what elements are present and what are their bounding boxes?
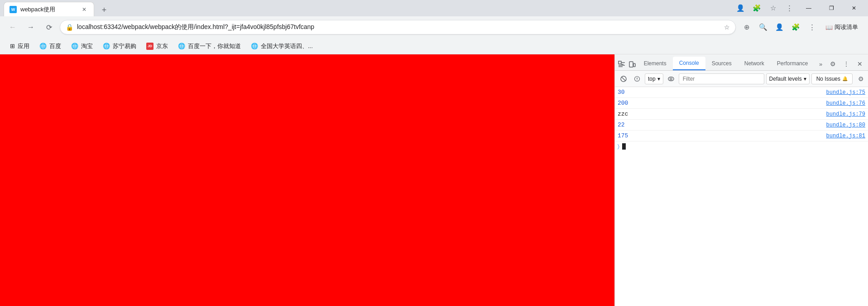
reader-mode-label: 阅读清单 (834, 23, 858, 31)
console-line-3: zzc bundle.js:79 (615, 109, 868, 120)
devtools-close-button[interactable]: ✕ (854, 58, 866, 70)
device-toolbar-icon[interactable] (627, 58, 638, 70)
bookmark-baidu-search-label: 百度一下，你就知道 (188, 42, 241, 50)
maximize-button[interactable]: ❐ (821, 1, 842, 15)
devtools-tab-network[interactable]: Network (738, 57, 771, 70)
devtools-more-button[interactable]: ⋮ (840, 58, 853, 70)
address-bar: ← → ⟳ 🔒 localhost:63342/webpack/webpack的… (0, 16, 868, 38)
context-selector[interactable]: top ▾ (645, 73, 663, 84)
address-actions: ⊕ 🔍 👤 🧩 ⋮ 📖 阅读清单 (739, 20, 863, 34)
bookmark-suning[interactable]: 🌐 苏宁易购 (98, 40, 141, 53)
bookmark-taobao[interactable]: 🌐 淘宝 (67, 40, 97, 53)
extension-icon[interactable]: 🧩 (749, 1, 764, 15)
console-settings-icon[interactable]: ⚙ (856, 74, 865, 83)
devtools-tab-console[interactable]: Console (673, 57, 705, 70)
eye-icon[interactable] (665, 73, 677, 85)
console-link-2[interactable]: bundle.js:76 (826, 100, 865, 107)
log-levels-arrow: ▾ (804, 76, 806, 82)
console-link-1[interactable]: bundle.js:75 (826, 89, 865, 96)
star-icon[interactable]: ☆ (766, 1, 780, 15)
devtools-settings-button[interactable]: ⚙ (826, 58, 839, 70)
context-dropdown-icon: ▾ (657, 76, 660, 82)
console-link-4[interactable]: bundle.js:80 (826, 122, 865, 128)
svg-point-13 (670, 78, 672, 79)
close-button[interactable]: ✕ (844, 1, 864, 15)
bookmark-apps-label: 应用 (18, 42, 29, 50)
tab-favicon: W (10, 6, 17, 13)
prompt-chevron-icon: 〉 (618, 143, 619, 150)
log-levels-dropdown[interactable]: Default levels ▾ (766, 73, 810, 84)
translate-icon[interactable]: ⊕ (739, 20, 754, 34)
svg-point-12 (668, 77, 674, 81)
console-link-3[interactable]: bundle.js:79 (826, 111, 865, 117)
title-bar: W webpack使用 ✕ + 👤 🧩 ☆ ⋮ — ❐ ✕ (0, 0, 868, 16)
profile-icon[interactable]: 👤 (733, 1, 748, 15)
console-prompt[interactable]: 〉 (615, 141, 868, 151)
suning-icon: 🌐 (103, 43, 110, 49)
back-button[interactable]: ← (5, 20, 20, 34)
taobao-icon: 🌐 (71, 43, 78, 49)
svg-line-8 (622, 77, 625, 81)
console-line-5: 175 bundle.js:81 (615, 131, 868, 141)
reload-button[interactable]: ⟳ (42, 20, 56, 34)
baidu-search-icon: 🌐 (178, 43, 185, 49)
url-bar[interactable]: 🔒 localhost:63342/webpack/webpack的使用/ind… (60, 20, 736, 34)
console-line-2: 200 bundle.js:76 (615, 98, 868, 109)
devtools-tab-performance[interactable]: Performance (771, 57, 815, 70)
devtools-toolbar: top ▾ Default levels ▾ No Issues 🔔 ⚙ (615, 71, 868, 87)
reader-mode-button[interactable]: 📖 阅读清单 (821, 21, 863, 34)
bookmark-english[interactable]: 🌐 全国大学英语四、... (246, 40, 317, 53)
svg-rect-5 (629, 62, 633, 67)
no-issues-label: No Issues (816, 76, 840, 82)
log-levels-label: Default levels (769, 76, 802, 82)
context-value: top (648, 76, 656, 82)
window-controls: 👤 🧩 ☆ ⋮ — ❐ ✕ (733, 1, 864, 15)
bookmark-taobao-label: 淘宝 (81, 42, 93, 50)
preserve-log-icon[interactable] (631, 73, 643, 85)
browser-frame: W webpack使用 ✕ + 👤 🧩 ☆ ⋮ — ❐ ✕ ← → ⟳ 🔒 lo… (0, 0, 868, 306)
devtools-more-tabs[interactable]: » (815, 58, 826, 70)
inspect-element-icon[interactable] (617, 58, 627, 70)
bookmark-apps[interactable]: ⊞ 应用 (5, 40, 34, 53)
more-icon[interactable]: ⋮ (782, 1, 796, 15)
svg-rect-0 (619, 61, 621, 64)
profile-circle-icon[interactable]: 👤 (772, 20, 786, 34)
bookmark-star-icon[interactable]: ☆ (724, 24, 730, 31)
console-value-5: 175 (618, 131, 826, 141)
bookmark-english-label: 全国大学英语四、... (261, 42, 313, 50)
extension-puzzle-icon[interactable]: 🧩 (788, 20, 803, 34)
no-issues-icon: 🔔 (842, 76, 848, 81)
svg-rect-6 (633, 63, 635, 67)
filter-input[interactable] (679, 73, 764, 84)
devtools-actions: ⚙ ⋮ ✕ (826, 58, 866, 70)
english-icon: 🌐 (251, 43, 258, 49)
console-output: 30 bundle.js:75 200 bundle.js:76 zzc bun… (615, 87, 868, 306)
console-cursor (622, 143, 626, 150)
bookmark-jd[interactable]: JD 京东 (142, 40, 173, 53)
console-line-4: 22 bundle.js:80 (615, 120, 868, 131)
tab-close-button[interactable]: ✕ (80, 5, 88, 14)
console-link-5[interactable]: bundle.js:81 (826, 133, 865, 139)
minimize-button[interactable]: — (798, 1, 819, 15)
lock-icon: 🔒 (66, 24, 73, 31)
baidu-icon: 🌐 (39, 43, 47, 49)
bookmark-baidu[interactable]: 🌐 百度 (35, 40, 66, 53)
url-text: localhost:63342/webpack/webpack的使用/index… (77, 23, 720, 31)
devtools-tab-elements[interactable]: Elements (638, 57, 673, 70)
menu-dots-icon[interactable]: ⋮ (805, 20, 819, 34)
bookmark-baidu-search[interactable]: 🌐 百度一下，你就知道 (173, 40, 245, 53)
bookmark-baidu-label: 百度 (49, 42, 61, 50)
devtools-tab-bar: Elements Console Sources Network Perform… (615, 54, 868, 71)
browser-tab-active[interactable]: W webpack使用 ✕ (4, 2, 94, 16)
forward-button[interactable]: → (24, 20, 38, 34)
bookmark-suning-label: 苏宁易购 (113, 42, 136, 50)
no-issues-button[interactable]: No Issues 🔔 (811, 73, 853, 84)
zoom-icon[interactable]: 🔍 (756, 20, 770, 34)
bookmark-jd-label: 京东 (156, 42, 168, 50)
new-tab-button[interactable]: + (98, 4, 110, 16)
clear-console-icon[interactable] (618, 73, 629, 85)
apps-grid-icon: ⊞ (10, 43, 15, 49)
devtools-tab-sources[interactable]: Sources (705, 57, 738, 70)
tab-strip: W webpack使用 ✕ + (4, 0, 733, 16)
console-value-1: 30 (618, 87, 826, 97)
